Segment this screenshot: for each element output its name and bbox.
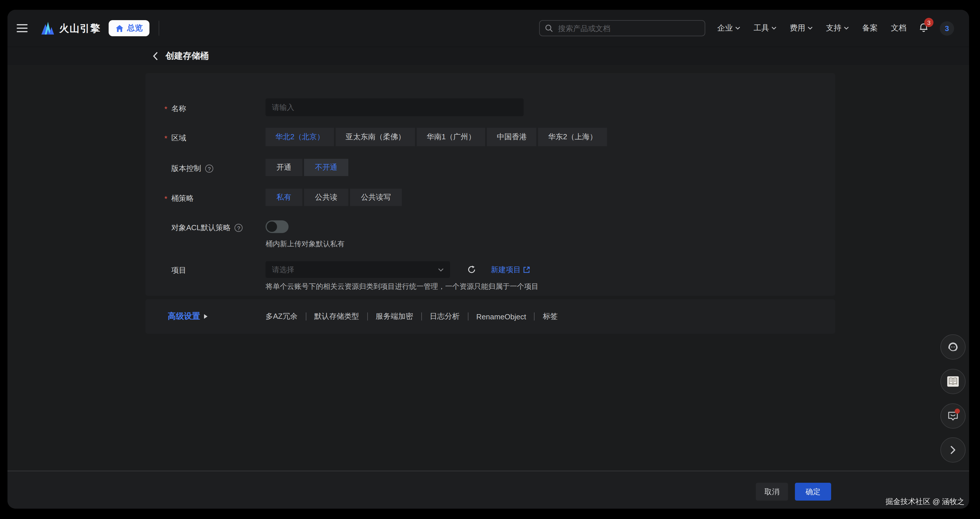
help-icon[interactable]: ? [235, 224, 243, 232]
nav-item-label: 文档 [891, 23, 907, 34]
required-marker: * [164, 134, 169, 142]
overview-label: 总览 [127, 23, 143, 34]
nav-item-support[interactable]: 支持 [826, 23, 849, 34]
headset-icon [947, 341, 959, 353]
cancel-button[interactable]: 取消 [756, 483, 788, 501]
collapse-panel-button[interactable] [940, 437, 966, 463]
adv-item-sse: 服务端加密 [375, 311, 413, 322]
refresh-icon [467, 265, 476, 274]
project-select-placeholder: 请选择 [272, 264, 438, 275]
acl-label: 对象ACL默认策略 ? [164, 223, 243, 233]
versioning-option-enable[interactable]: 开通 [266, 159, 302, 176]
chevron-left-icon [153, 52, 158, 61]
chevron-down-icon [735, 27, 740, 30]
avatar-label: 3 [945, 24, 949, 32]
navbar-menu: 企业 工具 费用 支持 [718, 23, 907, 34]
home-icon [116, 24, 124, 32]
separator [367, 313, 368, 321]
policy-label: * 桶策略 [164, 193, 194, 204]
nav-item-label: 企业 [718, 23, 733, 34]
policy-option-public-read[interactable]: 公共读 [304, 189, 348, 206]
region-label: * 区域 [164, 133, 186, 143]
label-text: 项目 [171, 265, 186, 276]
required-marker: * [164, 194, 169, 203]
nav-item-tools[interactable]: 工具 [754, 23, 776, 34]
create-project-link[interactable]: 新建项目 [491, 264, 530, 275]
adv-item-storage-class: 默认存储类型 [314, 311, 359, 322]
notifications-button[interactable]: 3 [918, 22, 929, 35]
nav-item-docs[interactable]: 文档 [891, 23, 907, 34]
region-option-johor[interactable]: 亚太东南（柔佛） [336, 128, 415, 146]
chevron-right-icon [950, 446, 956, 455]
brand-logo[interactable]: 火山引擎 [40, 22, 100, 35]
search-box[interactable] [539, 20, 705, 36]
avatar[interactable]: 3 [940, 21, 954, 35]
adv-item-tags: 标签 [543, 311, 558, 322]
external-link-icon [523, 266, 530, 273]
top-bars: 火山引擎 总览 [8, 10, 969, 65]
notification-badge: 3 [924, 18, 934, 27]
acl-description: 桶内新上传对象默认私有 [266, 240, 345, 249]
documentation-button[interactable] [940, 369, 966, 394]
customer-service-button[interactable] [940, 334, 966, 359]
feedback-badge-dot [955, 409, 960, 414]
page-title: 创建存储桶 [165, 51, 208, 62]
advanced-settings-toggle[interactable]: 高级设置 [168, 299, 207, 334]
adv-item-log-analysis: 日志分析 [430, 311, 460, 322]
advanced-settings-card: 高级设置 多AZ冗余 默认存储类型 服务端加密 日志分析 RenameObjec… [145, 299, 835, 334]
region-option-shanghai[interactable]: 华东2（上海） [538, 128, 607, 146]
create-project-label: 新建项目 [491, 264, 521, 275]
search-icon [545, 24, 553, 32]
separator [534, 313, 535, 321]
label-text: 名称 [171, 104, 186, 114]
label-text: 版本控制 [171, 163, 201, 174]
region-option-beijing[interactable]: 华北2（北京） [266, 128, 334, 146]
label-text: 桶策略 [171, 193, 194, 204]
nav-item-enterprise[interactable]: 企业 [718, 23, 740, 34]
separator [305, 313, 306, 321]
navbar-divider [159, 21, 159, 36]
confirm-button[interactable]: 确定 [795, 483, 831, 501]
brand-name: 火山引擎 [59, 22, 100, 35]
back-button[interactable] [153, 52, 158, 61]
refresh-projects-button[interactable] [467, 265, 476, 274]
nav-item-billing[interactable]: 费用 [790, 23, 813, 34]
adv-item-multi-az: 多AZ冗余 [266, 311, 298, 322]
chevron-down-icon [808, 27, 813, 30]
project-label: 项目 [164, 265, 186, 276]
screen: 火山引擎 总览 [0, 0, 980, 519]
policy-option-private[interactable]: 私有 [266, 189, 302, 206]
advanced-settings-label: 高级设置 [168, 311, 200, 322]
bucket-name-input[interactable] [266, 98, 523, 116]
nav-item-label: 费用 [790, 23, 805, 34]
hamburger-menu-icon[interactable] [17, 24, 28, 32]
separator [421, 313, 422, 321]
versioning-option-disable[interactable]: 不开通 [304, 159, 348, 176]
help-icon[interactable]: ? [205, 164, 213, 172]
project-select[interactable]: 请选择 [266, 261, 450, 278]
name-label: * 名称 [164, 104, 186, 114]
acl-toggle[interactable] [266, 220, 288, 233]
advanced-settings-items: 多AZ冗余 默认存储类型 服务端加密 日志分析 RenameObject 标签 [266, 299, 558, 334]
search-input[interactable] [557, 23, 700, 33]
required-marker: * [164, 104, 169, 113]
volcano-logo-icon [40, 22, 55, 35]
bucket-form-card: * 名称 * 区域 华北2（北京） 亚太东南（柔佛） [145, 73, 835, 296]
region-option-guangzhou[interactable]: 华南1（广州） [417, 128, 485, 146]
nav-item-label: 工具 [754, 23, 769, 34]
overview-button[interactable]: 总览 [109, 20, 150, 36]
nav-item-icp[interactable]: 备案 [862, 23, 878, 34]
chevron-down-icon [844, 27, 849, 30]
app-window: 火山引擎 总览 [8, 10, 969, 509]
policy-option-public-read-write[interactable]: 公共读写 [350, 189, 402, 206]
feedback-button[interactable] [940, 403, 966, 429]
label-text: 区域 [171, 133, 186, 143]
region-option-hongkong[interactable]: 中国香港 [487, 128, 536, 146]
open-book-icon [947, 376, 959, 387]
versioning-label: 版本控制 ? [164, 163, 213, 174]
watermark: 掘金技术社区 @ 涵牧之 [885, 497, 964, 507]
chevron-down-icon [772, 27, 776, 30]
chevron-down-icon [438, 268, 444, 271]
page-header: 创建存储桶 [8, 47, 969, 65]
triangle-right-icon [204, 314, 207, 319]
